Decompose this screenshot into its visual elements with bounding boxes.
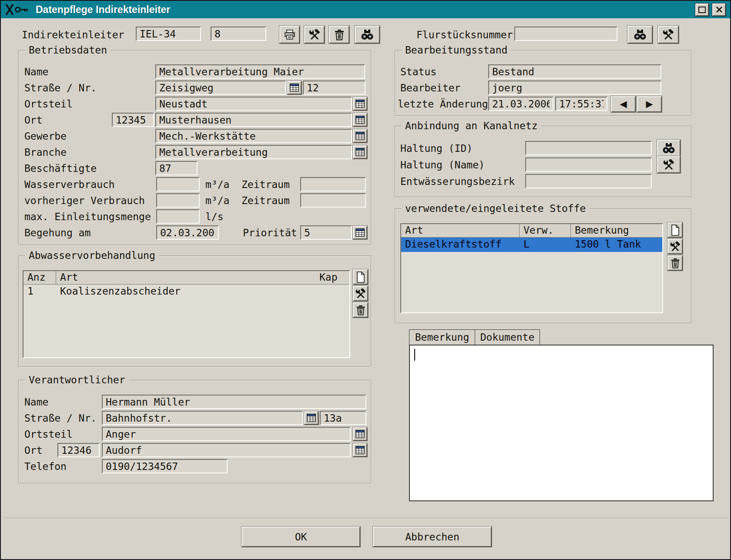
ort-field[interactable] [155, 113, 352, 127]
vorheriger-verbrauch-field[interactable] [156, 193, 200, 208]
entwaesserungsbezirk-field[interactable] [525, 174, 652, 188]
printer-icon [284, 29, 296, 40]
table-grid-icon [355, 100, 365, 108]
column-header-art: Art [56, 271, 315, 285]
max-einleitungsmenge-field[interactable] [156, 209, 200, 224]
flur-tools-button[interactable] [658, 26, 679, 44]
verantw-strasse-lookup-button[interactable] [304, 411, 319, 425]
prev-button[interactable]: ◀ [611, 96, 636, 112]
cell-bemerkung: 1500 l Tank [571, 238, 662, 252]
stoffe-new-button[interactable] [667, 222, 683, 238]
telefon-field[interactable] [102, 459, 228, 473]
wasserverbrauch-field[interactable] [156, 177, 200, 191]
abwasser-edit-button[interactable] [353, 286, 368, 301]
haltung-name-label: Haltung (Name) [400, 158, 485, 171]
abwasser-table[interactable]: Anz Art Kap 1 Koaliszenzabscheider [23, 270, 350, 358]
cell-kap [315, 285, 349, 299]
tab-bemerkung[interactable]: Bemerkung [409, 329, 475, 345]
prev-icon: ◀ [620, 100, 627, 109]
beschaeftigte-field[interactable] [155, 161, 198, 175]
bearbeiter-field[interactable] [488, 80, 661, 95]
column-header-verw: Verw. [520, 224, 571, 238]
titlebar[interactable]: Datenpflege Indirekteinleiter [1, 1, 730, 18]
tools-icon [662, 29, 674, 40]
tools-icon [355, 288, 366, 299]
aenderung-zeit-field[interactable] [555, 97, 607, 111]
verantw-strasse-label: Straße / Nr. [24, 412, 97, 425]
bemerkung-textarea[interactable] [409, 345, 714, 501]
verantw-strasse-field[interactable] [102, 411, 303, 425]
flurstuecksnummer-field[interactable] [514, 27, 617, 41]
haltung-id-field[interactable] [525, 141, 652, 155]
bearbeiter-label: Bearbeiter [400, 81, 460, 94]
hausnr-field[interactable] [303, 80, 366, 95]
stoffe-edit-button[interactable] [667, 239, 683, 254]
prioritaet-field[interactable] [300, 225, 352, 240]
aenderung-datum-field[interactable] [488, 97, 553, 111]
cancel-button[interactable]: Abbrechen [373, 526, 492, 547]
begehung-field[interactable] [156, 225, 219, 240]
table-grid-icon [355, 228, 365, 237]
trash-icon [334, 29, 345, 40]
app-icon [5, 3, 30, 16]
gewerbe-field[interactable] [155, 129, 352, 143]
ortsteil-lookup-button[interactable] [353, 97, 367, 111]
indirekteinleiter-subid-field[interactable] [211, 27, 266, 41]
prioritaet-lookup-button[interactable] [353, 226, 367, 239]
zeitraum2-field[interactable] [300, 193, 366, 208]
branche-field[interactable] [155, 145, 352, 159]
delete-button[interactable] [329, 26, 349, 44]
haltung-name-field[interactable] [525, 158, 652, 172]
name-field[interactable] [155, 64, 365, 79]
verantw-ortsteil-lookup-button[interactable] [353, 427, 367, 441]
table-grid-icon [290, 84, 299, 92]
indirekteinleiter-id-field[interactable] [136, 27, 201, 41]
maximize-button[interactable] [695, 3, 709, 16]
ok-button[interactable]: OK [241, 526, 360, 547]
ls-unit-label: l/s [205, 210, 224, 223]
letzte-aenderung-label: letzte Änderung [398, 97, 488, 111]
haltung-search-button[interactable] [657, 140, 681, 157]
branche-lookup-button[interactable] [353, 145, 367, 159]
edit-tools-button[interactable] [304, 26, 325, 44]
plz-field[interactable] [112, 113, 154, 127]
footer-separator [4, 518, 728, 519]
abwasser-delete-button[interactable] [353, 302, 368, 318]
table-row[interactable]: 1 Koaliszenzabscheider [23, 285, 349, 299]
next-button[interactable]: ▶ [637, 96, 662, 112]
abwasser-new-button[interactable] [353, 269, 368, 285]
haltung-tools-button[interactable] [657, 156, 681, 173]
ortsteil-field[interactable] [155, 97, 352, 111]
close-icon [716, 7, 723, 13]
strasse-label: Straße / Nr. [24, 81, 97, 94]
verantw-name-field[interactable] [102, 395, 366, 409]
gewerbe-lookup-button[interactable] [353, 129, 367, 143]
cell-anz: 1 [23, 285, 56, 299]
ortsteil-label: Ortsteil [24, 97, 73, 111]
stoffe-table[interactable]: Art Verw. Bemerkung Dieselkraftstoff L 1… [400, 223, 663, 313]
verantw-ortsteil-field[interactable] [102, 427, 351, 441]
gewerbe-label: Gewerbe [24, 130, 67, 143]
close-button[interactable] [712, 3, 726, 16]
verantw-ort-field[interactable] [102, 443, 351, 457]
verantw-plz-field[interactable] [57, 443, 100, 457]
table-row[interactable]: Dieselkraftstoff L 1500 l Tank [401, 238, 662, 252]
wasserverbrauch-label: Wasserverbrauch [24, 178, 115, 191]
zeitraum1-field[interactable] [300, 177, 366, 191]
column-header-art: Art [401, 224, 520, 238]
stoffe-table-header: Art Verw. Bemerkung [401, 224, 662, 238]
verantw-ort-lookup-button[interactable] [353, 443, 367, 457]
table-grid-icon [355, 430, 365, 438]
stoffe-delete-button[interactable] [667, 255, 683, 271]
flur-search-button[interactable] [627, 26, 653, 44]
tools-icon [663, 159, 675, 171]
strasse-lookup-button[interactable] [287, 81, 302, 94]
tab-dokumente[interactable]: Dokumente [475, 329, 540, 345]
flurstuecksnummer-label: Flurstücksnummer [416, 28, 513, 41]
print-button[interactable] [279, 26, 300, 44]
strasse-field[interactable] [155, 80, 286, 95]
search-button[interactable] [355, 26, 380, 44]
verantw-hausnr-field[interactable] [320, 411, 366, 425]
status-field[interactable] [488, 64, 661, 79]
ort-lookup-button[interactable] [353, 113, 367, 127]
